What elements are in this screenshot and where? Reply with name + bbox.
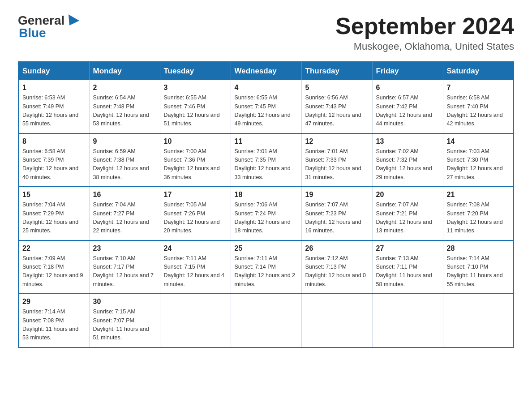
day-number: 2 (93, 84, 156, 92)
calendar-cell: 13 Sunrise: 7:02 AMSunset: 7:32 PMDaylig… (372, 133, 443, 187)
day-info: Sunrise: 7:04 AMSunset: 7:27 PMDaylight:… (93, 201, 156, 235)
day-number: 7 (447, 84, 510, 92)
day-number: 6 (376, 84, 439, 92)
day-number: 30 (93, 298, 156, 306)
title-area: September 2024 Muskogee, Oklahoma, Unite… (335, 13, 514, 52)
calendar-cell (301, 294, 372, 347)
calendar-cell: 29 Sunrise: 7:14 AMSunset: 7:08 PMDaylig… (18, 294, 89, 347)
day-number: 13 (376, 137, 439, 146)
calendar-cell: 8 Sunrise: 6:58 AMSunset: 7:39 PMDayligh… (18, 133, 89, 187)
day-number: 17 (164, 191, 227, 199)
calendar-cell: 6 Sunrise: 6:57 AMSunset: 7:42 PMDayligh… (372, 80, 443, 133)
calendar-cell (160, 294, 231, 347)
calendar-cell (372, 294, 443, 347)
day-number: 16 (93, 191, 156, 199)
day-number: 22 (22, 244, 86, 253)
day-info: Sunrise: 6:54 AMSunset: 7:48 PMDaylight:… (93, 94, 156, 128)
day-number: 15 (22, 191, 86, 199)
day-number: 12 (305, 137, 369, 146)
calendar-cell: 14 Sunrise: 7:03 AMSunset: 7:30 PMDaylig… (443, 133, 514, 187)
calendar-cell: 26 Sunrise: 7:12 AMSunset: 7:13 PMDaylig… (301, 240, 372, 294)
calendar-cell (443, 294, 514, 347)
header-sunday: Sunday (18, 62, 89, 80)
calendar-cell: 15 Sunrise: 7:04 AMSunset: 7:29 PMDaylig… (18, 187, 89, 240)
week-row-5: 29 Sunrise: 7:14 AMSunset: 7:08 PMDaylig… (18, 294, 514, 347)
calendar-cell: 23 Sunrise: 7:10 AMSunset: 7:17 PMDaylig… (89, 240, 160, 294)
day-info: Sunrise: 6:59 AMSunset: 7:38 PMDaylight:… (93, 147, 156, 182)
week-row-1: 1 Sunrise: 6:53 AMSunset: 7:49 PMDayligh… (18, 80, 514, 133)
day-info: Sunrise: 7:01 AMSunset: 7:33 PMDaylight:… (305, 147, 369, 182)
calendar-cell: 4 Sunrise: 6:55 AMSunset: 7:45 PMDayligh… (231, 80, 301, 133)
day-number: 8 (22, 137, 86, 146)
calendar-cell: 19 Sunrise: 7:07 AMSunset: 7:23 PMDaylig… (301, 187, 372, 240)
day-number: 1 (22, 84, 86, 92)
day-info: Sunrise: 7:12 AMSunset: 7:13 PMDaylight:… (305, 254, 369, 289)
day-info: Sunrise: 6:57 AMSunset: 7:42 PMDaylight:… (376, 94, 439, 128)
day-info: Sunrise: 7:15 AMSunset: 7:07 PMDaylight:… (93, 308, 156, 342)
header-monday: Monday (89, 62, 160, 80)
day-info: Sunrise: 7:03 AMSunset: 7:30 PMDaylight:… (447, 147, 510, 182)
day-info: Sunrise: 6:55 AMSunset: 7:45 PMDaylight:… (235, 94, 298, 128)
header-wednesday: Wednesday (231, 62, 301, 80)
day-info: Sunrise: 6:58 AMSunset: 7:39 PMDaylight:… (22, 147, 86, 182)
calendar-cell: 12 Sunrise: 7:01 AMSunset: 7:33 PMDaylig… (301, 133, 372, 187)
header-friday: Friday (372, 62, 443, 80)
calendar-cell: 17 Sunrise: 7:05 AMSunset: 7:26 PMDaylig… (160, 187, 231, 240)
calendar-cell: 25 Sunrise: 7:11 AMSunset: 7:14 PMDaylig… (231, 240, 301, 294)
day-number: 9 (93, 137, 156, 146)
day-number: 23 (93, 244, 156, 253)
day-info: Sunrise: 6:53 AMSunset: 7:49 PMDaylight:… (22, 94, 86, 128)
calendar-cell: 7 Sunrise: 6:58 AMSunset: 7:40 PMDayligh… (443, 80, 514, 133)
day-info: Sunrise: 6:55 AMSunset: 7:46 PMDaylight:… (164, 94, 227, 128)
day-number: 5 (305, 84, 369, 92)
calendar-cell: 30 Sunrise: 7:15 AMSunset: 7:07 PMDaylig… (89, 294, 160, 347)
month-title: September 2024 (335, 13, 514, 39)
day-number: 4 (235, 84, 298, 92)
day-info: Sunrise: 7:08 AMSunset: 7:20 PMDaylight:… (447, 201, 510, 235)
day-number: 14 (447, 137, 510, 146)
header-saturday: Saturday (443, 62, 514, 80)
day-number: 24 (164, 244, 227, 253)
day-info: Sunrise: 6:58 AMSunset: 7:40 PMDaylight:… (447, 94, 510, 128)
day-info: Sunrise: 7:14 AMSunset: 7:10 PMDaylight:… (447, 254, 510, 289)
calendar-cell: 27 Sunrise: 7:13 AMSunset: 7:11 PMDaylig… (372, 240, 443, 294)
header-tuesday: Tuesday (160, 62, 231, 80)
calendar-cell: 3 Sunrise: 6:55 AMSunset: 7:46 PMDayligh… (160, 80, 231, 133)
day-info: Sunrise: 7:09 AMSunset: 7:18 PMDaylight:… (22, 254, 86, 289)
day-info: Sunrise: 7:11 AMSunset: 7:15 PMDaylight:… (164, 254, 227, 289)
calendar-cell: 21 Sunrise: 7:08 AMSunset: 7:20 PMDaylig… (443, 187, 514, 240)
calendar-cell: 9 Sunrise: 6:59 AMSunset: 7:38 PMDayligh… (89, 133, 160, 187)
day-info: Sunrise: 7:06 AMSunset: 7:24 PMDaylight:… (235, 201, 298, 235)
day-info: Sunrise: 7:14 AMSunset: 7:08 PMDaylight:… (22, 308, 86, 342)
day-info: Sunrise: 7:02 AMSunset: 7:32 PMDaylight:… (376, 147, 439, 182)
day-number: 20 (376, 191, 439, 199)
calendar-cell: 24 Sunrise: 7:11 AMSunset: 7:15 PMDaylig… (160, 240, 231, 294)
logo: General Blue (18, 13, 79, 40)
calendar-cell: 5 Sunrise: 6:56 AMSunset: 7:43 PMDayligh… (301, 80, 372, 133)
day-info: Sunrise: 7:00 AMSunset: 7:36 PMDaylight:… (164, 147, 227, 182)
day-number: 18 (235, 191, 298, 199)
day-info: Sunrise: 7:11 AMSunset: 7:14 PMDaylight:… (235, 254, 298, 289)
calendar-cell: 18 Sunrise: 7:06 AMSunset: 7:24 PMDaylig… (231, 187, 301, 240)
page-header: General Blue September 2024 Muskogee, Ok… (18, 13, 514, 52)
day-info: Sunrise: 7:07 AMSunset: 7:21 PMDaylight:… (376, 201, 439, 235)
day-info: Sunrise: 7:01 AMSunset: 7:35 PMDaylight:… (235, 147, 298, 182)
calendar-cell: 1 Sunrise: 6:53 AMSunset: 7:49 PMDayligh… (18, 80, 89, 133)
week-row-2: 8 Sunrise: 6:58 AMSunset: 7:39 PMDayligh… (18, 133, 514, 187)
day-number: 27 (376, 244, 439, 253)
day-info: Sunrise: 7:07 AMSunset: 7:23 PMDaylight:… (305, 201, 369, 235)
calendar-cell: 16 Sunrise: 7:04 AMSunset: 7:27 PMDaylig… (89, 187, 160, 240)
day-info: Sunrise: 7:04 AMSunset: 7:29 PMDaylight:… (22, 201, 86, 235)
location-text: Muskogee, Oklahoma, United States (335, 41, 514, 52)
day-number: 26 (305, 244, 369, 253)
day-info: Sunrise: 7:10 AMSunset: 7:17 PMDaylight:… (93, 254, 156, 289)
day-number: 19 (305, 191, 369, 199)
calendar-cell: 10 Sunrise: 7:00 AMSunset: 7:36 PMDaylig… (160, 133, 231, 187)
calendar-cell (231, 294, 301, 347)
week-row-3: 15 Sunrise: 7:04 AMSunset: 7:29 PMDaylig… (18, 187, 514, 240)
day-number: 10 (164, 137, 227, 146)
calendar-table: SundayMondayTuesdayWednesdayThursdayFrid… (18, 61, 514, 348)
day-info: Sunrise: 7:05 AMSunset: 7:26 PMDaylight:… (164, 201, 227, 235)
day-info: Sunrise: 6:56 AMSunset: 7:43 PMDaylight:… (305, 94, 369, 128)
day-number: 28 (447, 244, 510, 253)
